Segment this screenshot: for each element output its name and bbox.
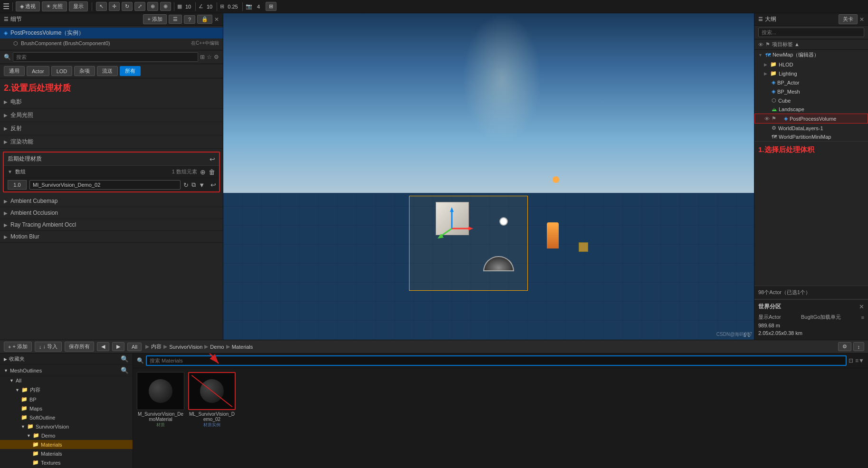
filter-streaming-tab[interactable]: 流送 [97, 66, 118, 76]
viewport[interactable]: 1 1 CSDN@海码007 [223, 13, 754, 340]
material-select[interactable]: MI_SurvivorVision_Demo_02 [29, 180, 181, 190]
add-component-btn[interactable]: + 添加 [143, 14, 166, 24]
scale-tool-btn[interactable]: ⤢ [134, 2, 145, 11]
outline-newmap[interactable]: ▼ 🗺 NewMap（编辑器） [754, 50, 868, 60]
outline-world-data-layers[interactable]: ⚙ WorldDataLayers-1 [754, 124, 868, 133]
array-add-btn[interactable]: ⊕ [200, 169, 206, 175]
material-undo-btn[interactable]: ↩ [210, 181, 216, 188]
local-space-btn[interactable]: ⊕ [147, 2, 158, 11]
material-copy-btn[interactable]: ⧉ [191, 181, 196, 189]
breadcrumb-demo[interactable]: Demo [210, 344, 224, 350]
breadcrumb-survivorvision[interactable]: SurvivorVision [169, 344, 202, 350]
outliner-eye-btn[interactable]: 👁 [758, 42, 763, 48]
outliner-close-btn[interactable]: ✕ [859, 16, 864, 23]
breadcrumb-content[interactable]: 内容 [151, 343, 162, 350]
outline-bp-actor[interactable]: ◈ BP_Actor [754, 78, 868, 87]
cb-meshoutlines-header[interactable]: ▼ MeshOutlines 🔍 [0, 365, 133, 376]
cb-tree-bp[interactable]: 📁 BP [0, 395, 133, 404]
pp-undo-btn[interactable]: ↩ [210, 156, 215, 162]
cb-nav-prev-btn[interactable]: ◀ [97, 342, 109, 351]
outline-cube[interactable]: ⬡ Cube [754, 96, 868, 105]
bookmark-btn[interactable]: ☆ [207, 54, 212, 60]
cb-nav-next-btn[interactable]: ▶ [112, 342, 124, 351]
ppv-visibility-btn[interactable]: 👁 [764, 116, 770, 122]
details-lock-btn[interactable]: 🔒 [197, 15, 212, 24]
settings-btn[interactable]: ⚙ [214, 54, 219, 60]
wp-close-btn[interactable]: ✕ [859, 303, 864, 310]
cb-tree-materials-selected[interactable]: 📁 Materials [0, 440, 133, 449]
cb-collapse-btn[interactable]: ↕ [853, 342, 865, 351]
grid-view-btn[interactable]: ⊞ [200, 54, 205, 60]
cb-tree-survivorvision[interactable]: ▼ 📁 SurvivorVision [0, 422, 133, 431]
cb-tree-maps[interactable]: 📁 Maps [0, 404, 133, 413]
section-global-illumination[interactable]: ▶ 全局光照 [0, 109, 223, 122]
cb-search-input[interactable] [146, 355, 847, 366]
section-ambient-cubemap[interactable]: ▶ Ambient Cubemap [0, 195, 223, 207]
material-expand-btn[interactable]: ▼ [199, 181, 205, 189]
cb-tree-demo[interactable]: ▼ 📁 Demo [0, 431, 133, 440]
select-tool-btn[interactable]: ↖ [96, 2, 107, 11]
show-btn[interactable]: 显示 [69, 1, 88, 11]
brushcomponent-item[interactable]: ⬡ BrushComponent (BrushComponent0) 在C++中… [0, 38, 223, 48]
outline-landscape[interactable]: ⛰ Landscape [754, 105, 868, 114]
cb-settings-btn-right[interactable]: ⚙ [838, 342, 851, 351]
cb-tree-textures[interactable]: 📁 Textures [0, 458, 133, 467]
component-view-btn[interactable]: ☰ [169, 15, 182, 24]
cb-all-btn[interactable]: All [127, 343, 142, 351]
cb-add-btn[interactable]: + + 添加 [4, 342, 32, 352]
cb-tree-softoutline[interactable]: 📁 SoftOutline [0, 413, 133, 422]
perspective-btn[interactable]: ◈ 透视 [16, 1, 40, 11]
section-ambient-occlusion[interactable]: ▶ Ambient Occlusion [0, 207, 223, 219]
hamburger-btn[interactable]: ☰ [3, 2, 10, 11]
translate-tool-btn[interactable]: ✛ [109, 2, 120, 11]
array-delete-btn[interactable]: 🗑 [209, 169, 215, 175]
outliner-settings-btn[interactable]: 关卡 [839, 14, 858, 24]
properties-search-input[interactable] [13, 52, 198, 62]
cb-meshoutlines-search-btn[interactable]: 🔍 [121, 367, 129, 374]
cb-collections-search-btn[interactable]: 🔍 [121, 355, 129, 363]
filter-all-tab[interactable]: 所有 [120, 66, 141, 76]
cb-filter-btn[interactable]: ⊡ [849, 357, 853, 364]
outline-post-process-volume[interactable]: 👁 ⚑ ◈ PostProcessVolume [754, 114, 868, 124]
section-render-features[interactable]: ▶ 渲染功能 [0, 135, 223, 149]
cb-tree-content[interactable]: ▼ 📁 内容 [0, 385, 133, 395]
filter-misc-tab[interactable]: 杂项 [74, 66, 95, 76]
outliner-search-input[interactable] [758, 28, 864, 37]
outline-world-partition-minimap[interactable]: 🗺 WorldPartitionMiniMap [754, 133, 868, 141]
cb-save-btn[interactable]: 保存所有 [65, 342, 94, 352]
expand-viewport-btn[interactable]: ⊞ [266, 2, 277, 11]
filter-lod-tab[interactable]: LOD [51, 66, 73, 76]
cb-import-btn[interactable]: ↓ ↓ 导入 [35, 342, 62, 352]
character-figure [547, 222, 559, 248]
edit-cpp-btn[interactable]: 在C++中编辑 [191, 40, 219, 47]
asset-item-0[interactable]: M_SurvivorVision_DemoMaterial 材质 [137, 372, 184, 428]
snapping-btn[interactable]: ⊕ [160, 2, 171, 11]
asset-item-1[interactable]: ML_SurvivorVision_Demo_02 材质实例 [188, 372, 236, 428]
cb-tree-all[interactable]: ▼ All [0, 376, 133, 385]
outline-lighting[interactable]: ▶ 📁 Lighting [754, 69, 868, 78]
section-reflections[interactable]: ▶ 反射 [0, 122, 223, 135]
cb-tree-materials-2[interactable]: 📁 Materials [0, 449, 133, 458]
details-close-btn[interactable]: ✕ [214, 16, 219, 23]
breadcrumb-materials[interactable]: Materials [232, 344, 253, 350]
wp-expand-btn[interactable]: ≡ [861, 315, 864, 320]
grid-value: 10 [184, 4, 192, 10]
filter-actor-tab[interactable]: Actor [27, 66, 49, 76]
material-refresh-btn[interactable]: ↻ [183, 181, 189, 189]
outline-bp-mesh[interactable]: ◈ BP_Mesh [754, 87, 868, 96]
section-motion-blur[interactable]: ▶ Motion Blur [0, 231, 223, 243]
cb-sort-btn[interactable]: ≡▼ [855, 357, 864, 364]
cb-collections-header[interactable]: ▶ 收藏夹 🔍 [0, 353, 133, 365]
outliner-tag-btn[interactable]: ⚑ [765, 41, 770, 48]
filter-general-tab[interactable]: 通用 [4, 66, 25, 76]
outline-hlod[interactable]: ▶ 📁 HLOD [754, 60, 868, 69]
details-help-btn[interactable]: ? [184, 15, 195, 24]
ppv-lock-btn[interactable]: ⚑ [772, 115, 776, 122]
lit-btn[interactable]: ☀ 光照 [42, 1, 67, 11]
section-ray-tracing-ao[interactable]: ▶ Ray Tracing Ambient Occl [0, 219, 223, 231]
rotate-tool-btn[interactable]: ↻ [122, 2, 133, 11]
array-expand-arrow[interactable]: ▼ [8, 169, 12, 174]
material-index-input[interactable] [8, 180, 27, 190]
section-cinema[interactable]: ▶ 电影 [0, 96, 223, 109]
postprocessvolume-item[interactable]: ◈ PostProcessVolume（实例） [0, 28, 223, 38]
